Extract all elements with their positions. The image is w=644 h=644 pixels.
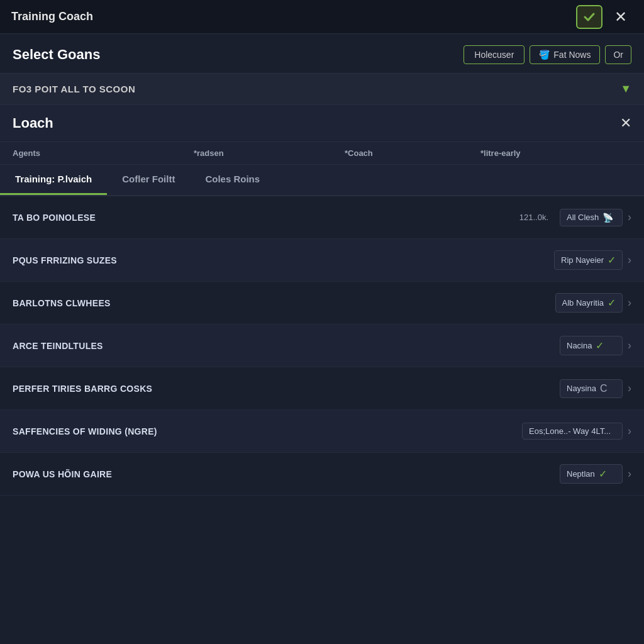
item-label-4: PERFER TIRIES BARRG COSKS xyxy=(13,384,560,394)
or-button[interactable]: Or xyxy=(605,45,631,64)
list-item[interactable]: BARLOTNS CLWHEES Alb Nayritia ✓ › xyxy=(0,282,644,325)
list-item[interactable]: PERFER TIRIES BARRG COSKS Naysina C › xyxy=(0,367,644,410)
fat-nows-icon: 🪣 xyxy=(539,50,550,60)
dropdown-row[interactable]: FO3 POIT ALL TO SCOON ▼ xyxy=(0,73,644,105)
fat-nows-button[interactable]: 🪣 Fat Nows xyxy=(530,45,600,64)
loach-close-button[interactable]: ✕ xyxy=(620,115,631,131)
badge-label-5: Eos;Lone..- Way 4LT... xyxy=(529,426,611,436)
item-right-6: Neptlan ✓ › xyxy=(560,464,631,484)
item-label-2: BARLOTNS CLWHEES xyxy=(13,298,555,308)
tab-coles[interactable]: Coles Roins xyxy=(190,165,275,195)
list-item[interactable]: PQUS FRRIZING SUZES Rip Nayeier ✓ › xyxy=(0,239,644,282)
tab-cofler[interactable]: Cofler Foiltt xyxy=(107,165,190,195)
check-icon-6: ✓ xyxy=(599,468,607,480)
badge-label-4: Naysina xyxy=(567,384,596,393)
section-header: Select Goans Holecuser 🪣 Fat Nows Or xyxy=(0,34,644,73)
loach-title: Loach xyxy=(13,115,53,131)
tab-training[interactable]: Training: P.lvaich xyxy=(0,165,107,195)
item-value-0: 121..0k. xyxy=(519,213,548,222)
chevron-icon-1: › xyxy=(628,253,631,267)
chevron-icon-5: › xyxy=(628,425,631,438)
item-badge-3[interactable]: Nacina ✓ xyxy=(560,336,623,355)
check-icon xyxy=(583,11,596,23)
badge-label-1: Rip Nayeier xyxy=(561,255,604,265)
badge-label-6: Neptlan xyxy=(567,469,595,479)
badge-label-0: All Clesh xyxy=(567,213,599,222)
list-item[interactable]: SAFFENCIES OF WIDING (NGRE) Eos;Lone..- … xyxy=(0,410,644,453)
badge-label-2: Alb Nayritia xyxy=(562,298,604,308)
chevron-icon-0: › xyxy=(628,211,631,224)
tabs-row: Training: P.lvaich Cofler Foiltt Coles R… xyxy=(0,165,644,196)
dropdown-arrow-icon: ▼ xyxy=(620,82,631,96)
check-icon-1: ✓ xyxy=(608,254,616,266)
check-button[interactable] xyxy=(576,5,602,29)
holecuser-button[interactable]: Holecuser xyxy=(464,45,525,64)
badge-label-3: Nacina xyxy=(567,341,592,350)
item-badge-0[interactable]: All Clesh 📡 xyxy=(560,209,623,226)
tab-cofler-label: Cofler Foiltt xyxy=(122,174,175,184)
item-label-5: SAFFENCIES OF WIDING (NGRE) xyxy=(13,426,522,436)
item-right-3: Nacina ✓ › xyxy=(560,336,631,355)
item-label-6: POWA US HÕIN GAIRE xyxy=(13,469,560,479)
list-container: TA BO POINOLESE 121..0k. All Clesh 📡 › P… xyxy=(0,196,644,496)
col-litre: *litre-early xyxy=(480,148,631,158)
section-buttons: Holecuser 🪣 Fat Nows Or xyxy=(464,45,631,64)
chevron-icon-6: › xyxy=(628,467,631,480)
item-badge-4[interactable]: Naysina C xyxy=(560,379,623,398)
loach-panel: Loach ✕ Agents *radsen *Coach *litre-ear… xyxy=(0,105,644,496)
item-label-3: ARCE TEINDLTULES xyxy=(13,341,560,351)
table-columns: Agents *radsen *Coach *litre-early xyxy=(0,142,644,165)
check-icon-3: ✓ xyxy=(596,340,604,352)
dropdown-label: FO3 POIT ALL TO SCOON xyxy=(13,84,135,94)
item-right-5: Eos;Lone..- Way 4LT... › xyxy=(522,423,631,440)
chevron-icon-2: › xyxy=(628,296,631,309)
item-label-1: PQUS FRRIZING SUZES xyxy=(13,255,554,265)
list-item[interactable]: TA BO POINOLESE 121..0k. All Clesh 📡 › xyxy=(0,196,644,239)
col-radsen: *radsen xyxy=(194,148,345,158)
loach-header: Loach ✕ xyxy=(0,105,644,142)
list-item[interactable]: ARCE TEINDLTULES Nacina ✓ › xyxy=(0,325,644,367)
close-top-button[interactable]: ✕ xyxy=(609,5,633,29)
list-item[interactable]: POWA US HÕIN GAIRE Neptlan ✓ › xyxy=(0,453,644,496)
tab-coles-label: Coles Roins xyxy=(205,174,260,184)
item-badge-1[interactable]: Rip Nayeier ✓ xyxy=(554,250,623,270)
item-right-1: Rip Nayeier ✓ › xyxy=(554,250,631,270)
chevron-icon-4: › xyxy=(628,382,631,395)
wifi-icon: 📡 xyxy=(602,213,613,223)
top-bar-actions: ✕ xyxy=(576,5,633,29)
item-right-0: 121..0k. All Clesh 📡 › xyxy=(519,209,631,226)
item-badge-6[interactable]: Neptlan ✓ xyxy=(560,464,623,484)
col-agents: Agents xyxy=(13,148,194,158)
item-right-2: Alb Nayritia ✓ › xyxy=(555,293,631,313)
app-title: Training Coach xyxy=(11,10,93,23)
chevron-icon-3: › xyxy=(628,339,631,352)
section-title: Select Goans xyxy=(13,47,100,63)
item-badge-5[interactable]: Eos;Lone..- Way 4LT... xyxy=(522,423,623,440)
fat-nows-label: Fat Nows xyxy=(553,50,591,60)
item-label-0: TA BO POINOLESE xyxy=(13,213,519,223)
col-coach: *Coach xyxy=(345,148,480,158)
item-badge-2[interactable]: Alb Nayritia ✓ xyxy=(555,293,623,313)
tab-training-label: Training: P.lvaich xyxy=(15,174,92,184)
item-right-4: Naysina C › xyxy=(560,379,631,398)
check-icon-2: ✓ xyxy=(608,297,616,309)
c-icon-4: C xyxy=(600,383,608,394)
top-bar: Training Coach ✕ xyxy=(0,0,644,34)
